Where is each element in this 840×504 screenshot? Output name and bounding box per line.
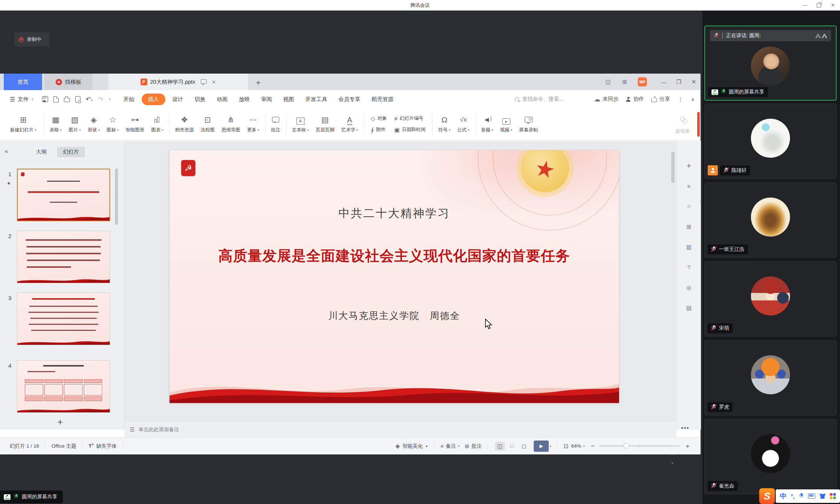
icons-button[interactable]: ☆ 图标▾ — [103, 110, 123, 138]
shapes-button[interactable]: ◈ 形状▾ — [84, 110, 103, 138]
properties-icon[interactable]: ≡ — [677, 183, 701, 189]
table-button[interactable]: ▦ 表格▾ — [46, 110, 65, 138]
notes-toggle[interactable]: 备注 — [446, 443, 456, 450]
audio-button[interactable]: 音频▾ — [478, 110, 497, 138]
view-sorter-button[interactable]: ∷ — [507, 442, 517, 451]
print-preview-icon[interactable] — [75, 96, 80, 103]
notes-bar[interactable]: ☰ 单击此处添加备注 — [124, 421, 677, 437]
close-button[interactable]: ✕ — [826, 0, 839, 11]
reference-icon[interactable]: ▤ — [677, 305, 701, 311]
symbol-button[interactable]: Ω 符号▾ — [435, 110, 454, 138]
attachment-button[interactable]: ∮附件 — [371, 127, 387, 133]
send-icon[interactable]: ✈ — [677, 163, 701, 169]
smartart-button[interactable]: ⊶ 智能图形 — [122, 110, 148, 138]
video-button[interactable]: ▶ 视频▾ — [497, 110, 516, 138]
wps-account-avatar[interactable]: WP — [638, 77, 647, 86]
comment-button[interactable]: 批注 — [268, 110, 284, 138]
screen-record-button[interactable]: 屏幕录制 — [516, 110, 541, 138]
undo-icon[interactable]: ↶▾ — [86, 95, 93, 103]
docer-resources-button[interactable]: ❖ 稻壳资源 — [172, 110, 197, 138]
grid-mode-icon[interactable]: ⊞ — [618, 74, 631, 90]
datetime-button[interactable]: ▣日期和时间 — [394, 127, 425, 133]
video-tile[interactable]: 陈瑾轩 — [704, 104, 837, 179]
tab-slides[interactable]: 幻灯片 — [57, 147, 85, 157]
ime-skin-icon[interactable] — [819, 493, 826, 499]
wordart-button[interactable]: A 艺术字▾ — [338, 110, 362, 138]
ime-language-toggle[interactable]: 中 — [780, 492, 787, 501]
add-slide-button[interactable]: ＋ — [56, 416, 65, 428]
menu-item-docer-resources[interactable]: 稻壳资源 — [366, 96, 399, 103]
play-slideshow-button[interactable]: ▶ — [534, 441, 549, 452]
menu-item-slideshow[interactable]: 放映 — [233, 96, 256, 103]
view-reading-button[interactable]: ◻ — [519, 442, 529, 451]
view-normal-button[interactable]: ◫ — [495, 442, 505, 451]
restore-button[interactable] — [812, 0, 825, 11]
collapse-panel-icon[interactable]: « — [5, 148, 8, 155]
collapse-ribbon-icon[interactable]: ∧ — [691, 97, 695, 102]
print-icon[interactable] — [64, 98, 70, 102]
customize-toolbar-icon[interactable]: ∨ — [109, 97, 111, 101]
video-tile[interactable]: 一班王江浩 — [704, 183, 837, 258]
slide-thumbnail-3[interactable] — [17, 293, 110, 345]
new-tab-button[interactable]: ＋ — [253, 77, 264, 88]
zoom-slider-knob[interactable] — [624, 443, 629, 448]
chart-pane-icon[interactable]: ▥ — [677, 244, 701, 250]
beautify-button[interactable]: 智能美化 — [403, 443, 423, 450]
video-tile-sharer[interactable]: 正在讲话: 圆周; 圆周的屏幕共享 — [704, 26, 837, 101]
ime-keyboard-icon[interactable] — [808, 493, 815, 499]
tab-outline[interactable]: 大纲 — [36, 149, 47, 155]
navigate-icon[interactable]: ◎ — [677, 284, 701, 291]
slide-thumbnail-4[interactable] — [17, 360, 110, 413]
zoom-value[interactable]: 64% — [571, 443, 581, 449]
taskpane-scroll-indicator[interactable] — [697, 112, 700, 137]
comment-toggle[interactable]: 批注 — [471, 443, 481, 450]
more-menu-icon[interactable]: ⋮ — [677, 96, 683, 103]
chart-button[interactable]: 图表▾ — [148, 110, 167, 138]
slide-canvas[interactable]: ★ ☭ 中共二十大精神学习 高质量发展是全面建设社会主义现代化国家的首要任务 川… — [170, 150, 619, 403]
panel-scrollbar[interactable] — [115, 169, 118, 225]
canvas-scrollbar[interactable] — [671, 152, 675, 183]
hyperlink-button[interactable]: 超链接 — [672, 110, 693, 138]
slide-thumbnail-1[interactable] — [17, 169, 110, 221]
menu-item-view[interactable]: 视图 — [278, 96, 300, 103]
wps-maximize-button[interactable]: ❒ — [672, 74, 686, 90]
theme-label[interactable]: Office 主题 — [51, 443, 76, 450]
menu-item-design[interactable]: 设计 — [167, 96, 189, 103]
menu-item-start[interactable]: 开始 — [118, 96, 140, 103]
tab-find-templates[interactable]: ❖ 找模板 — [44, 74, 92, 90]
zoom-slider[interactable] — [599, 445, 680, 447]
menu-item-devtools[interactable]: 开发工具 — [300, 96, 333, 103]
export-icon[interactable] — [53, 96, 59, 103]
menu-item-membership[interactable]: 会员专享 — [333, 96, 366, 103]
wps-close-button[interactable]: ✕ — [687, 74, 701, 90]
menu-item-animation[interactable]: 动画 — [211, 96, 233, 103]
slide-thumbnail-2[interactable] — [17, 231, 110, 283]
zoom-in-button[interactable]: ＋ — [684, 442, 691, 450]
zoom-out-button[interactable]: − — [591, 442, 595, 450]
fit-slide-icon[interactable]: ⊡ — [564, 443, 569, 450]
share-button[interactable]: 分享 — [651, 96, 670, 103]
ime-punctuation-toggle[interactable]: °, — [791, 493, 795, 499]
sogou-ime-logo[interactable]: S — [759, 488, 775, 504]
video-tile[interactable]: 宋萌 — [704, 261, 837, 337]
sync-status-button[interactable]: ☁ 未同步 — [594, 95, 618, 103]
new-slide-button[interactable]: ⊞ 新建幻灯片▾ — [5, 110, 41, 138]
object-button[interactable]: ◇对象 — [371, 115, 387, 122]
ime-toolbox-icon[interactable] — [830, 493, 836, 499]
video-tile[interactable]: 崔光垚 — [704, 419, 837, 494]
next-slide-button[interactable]: ∨ — [668, 459, 677, 467]
tab-document[interactable]: P 20大精神学习.pptx ✕ — [108, 74, 248, 90]
more-button[interactable]: ⋯ 更多▾ — [244, 110, 263, 138]
favorites-icon[interactable]: ☆ — [677, 203, 701, 210]
menu-item-transition[interactable]: 切换 — [189, 96, 211, 103]
help-icon[interactable]: ? — [677, 264, 701, 270]
menu-item-insert[interactable]: 插入 — [142, 94, 165, 105]
clipboard-icon[interactable]: ⊞ — [677, 223, 701, 230]
minimize-button[interactable]: — — [799, 0, 811, 11]
tab-home[interactable]: 首页 — [4, 74, 42, 90]
tab-close-icon[interactable]: ✕ — [212, 79, 216, 85]
wps-minimize-button[interactable]: — — [657, 74, 670, 90]
more-options-icon[interactable]: ••• — [681, 424, 689, 432]
header-footer-button[interactable]: ▤ 页眉页脚 — [312, 110, 338, 138]
video-tile[interactable]: 罗虎 — [704, 340, 837, 415]
